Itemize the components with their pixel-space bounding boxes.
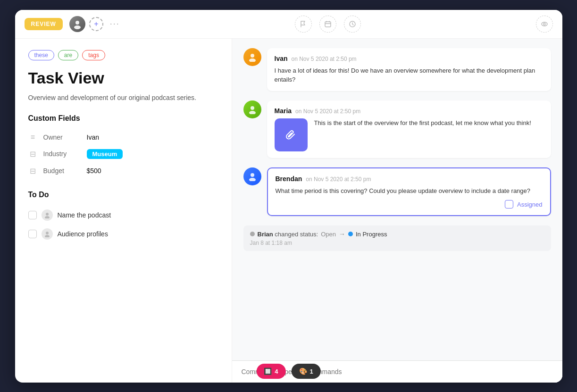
task-title: Task View: [28, 69, 218, 87]
owner-icon: ≡: [28, 133, 38, 142]
industry-label: Industry: [43, 150, 81, 158]
svg-point-5: [544, 23, 545, 25]
comment-brendan: Brendan on Nov 5 2020 at 2:50 pm What ti…: [243, 167, 551, 217]
clock-icon-button[interactable]: [344, 16, 361, 33]
badge-dark-icon: 🎨: [299, 367, 307, 375]
app-container: REVIEW + ···: [15, 10, 562, 383]
badge-dark-count: 1: [310, 368, 313, 375]
tag-tags[interactable]: tags: [82, 50, 105, 60]
svg-point-13: [249, 111, 256, 114]
badge-pink-icon: 🔲: [264, 367, 272, 375]
comment-header-ivan: Ivan on Nov 5 2020 at 2:50 pm: [275, 55, 544, 62]
bottom-badges: 🔲 4 🎨 1: [256, 364, 320, 379]
todo-section: To Do Name the podcast: [28, 191, 218, 243]
comment-attachment-maria: This is the start of the overview for th…: [275, 118, 544, 151]
comment-author-maria: Maria: [275, 107, 292, 115]
status-change-time: Jan 8 at 1:18 am: [250, 240, 544, 246]
custom-fields-title: Custom Fields: [28, 114, 218, 123]
review-badge[interactable]: REVIEW: [25, 18, 63, 30]
todo-item-1: Audience profiles: [28, 225, 218, 243]
avatar-ivan: [243, 48, 261, 66]
comment-text-ivan: I have a lot of ideas for this! Do we ha…: [275, 66, 544, 84]
comment-body-brendan: Brendan on Nov 5 2020 at 2:50 pm What ti…: [267, 167, 551, 217]
budget-label: Budget: [43, 167, 81, 175]
comment-time-brendan: on Nov 5 2020 at 2:50 pm: [306, 176, 371, 183]
comment-body-maria: Maria on Nov 5 2020 at 2:50 pm This is t…: [267, 100, 551, 158]
status-dot-to: [348, 232, 353, 236]
comment-text-maria: This is the start of the overview for th…: [314, 118, 531, 128]
svg-point-15: [249, 178, 256, 181]
top-bar-center-icons: [120, 16, 536, 33]
flag-icon-button[interactable]: [295, 16, 312, 33]
calendar-icon-button[interactable]: [319, 16, 336, 33]
add-avatar-button[interactable]: +: [89, 17, 103, 31]
custom-fields-section: Custom Fields ≡ Owner Ivan ⊟ Industry Mu…: [28, 114, 218, 179]
svg-point-9: [45, 235, 50, 237]
tag-are[interactable]: are: [58, 50, 78, 60]
avatar-user1[interactable]: [69, 16, 85, 32]
avatar-maria: [243, 100, 261, 118]
todo-checkbox-0[interactable]: [28, 211, 37, 219]
industry-icon: ⊟: [28, 150, 38, 158]
svg-point-6: [46, 213, 49, 216]
field-owner: ≡ Owner Ivan: [28, 129, 218, 145]
comment-text-brendan: What time period is this covering? Could…: [276, 186, 543, 196]
comments-area: Ivan on Nov 5 2020 at 2:50 pm I have a l…: [232, 39, 562, 360]
budget-value: $500: [87, 167, 101, 175]
right-panel: Ivan on Nov 5 2020 at 2:50 pm I have a l…: [232, 39, 562, 383]
todo-checkbox-1[interactable]: [28, 230, 37, 238]
comment-body-ivan: Ivan on Nov 5 2020 at 2:50 pm I have a l…: [267, 48, 551, 91]
svg-point-10: [251, 54, 254, 58]
status-change-author: Brian changed status:: [258, 231, 318, 238]
svg-point-0: [75, 21, 79, 25]
status-arrow: →: [339, 230, 345, 238]
comment-author-brendan: Brendan: [276, 175, 302, 183]
status-change-row: Brian changed status: Open → In Progress: [250, 230, 544, 238]
status-action: changed status:: [275, 231, 318, 238]
todo-text-0: Name the podcast: [58, 211, 111, 219]
industry-value-badge: Museum: [87, 149, 123, 159]
badge-pink[interactable]: 🔲 4: [256, 364, 285, 379]
todo-item-0: Name the podcast: [28, 206, 218, 225]
svg-rect-2: [325, 22, 331, 27]
svg-point-12: [251, 106, 254, 110]
field-budget: ⊟ Budget $500: [28, 163, 218, 179]
eye-icon-button[interactable]: [536, 16, 553, 33]
comment-ivan: Ivan on Nov 5 2020 at 2:50 pm I have a l…: [243, 48, 551, 91]
todo-text-1: Audience profiles: [58, 230, 108, 238]
svg-point-1: [74, 25, 81, 29]
badge-dark[interactable]: 🎨 1: [292, 364, 321, 379]
budget-icon: ⊟: [28, 167, 38, 175]
svg-point-8: [46, 232, 49, 234]
comment-header-brendan: Brendan on Nov 5 2020 at 2:50 pm: [276, 175, 543, 183]
svg-point-14: [251, 173, 254, 177]
status-author: Brian: [258, 231, 273, 238]
assigned-checkbox[interactable]: [505, 200, 513, 209]
todo-user-icon-1: [42, 228, 53, 240]
svg-point-4: [542, 22, 547, 26]
status-to: In Progress: [356, 231, 387, 238]
avatar-group: +: [69, 16, 103, 32]
tag-these[interactable]: these: [28, 50, 54, 60]
todo-title: To Do: [28, 191, 218, 199]
svg-point-7: [45, 216, 50, 218]
owner-value: Ivan: [87, 133, 99, 141]
status-change: Brian changed status: Open → In Progress…: [243, 225, 551, 251]
attachment-thumbnail[interactable]: [275, 118, 308, 151]
field-industry: ⊟ Industry Museum: [28, 145, 218, 163]
status-dot-from: [250, 232, 255, 236]
comment-time-ivan: on Nov 5 2020 at 2:50 pm: [292, 56, 357, 62]
comment-maria: Maria on Nov 5 2020 at 2:50 pm This is t…: [243, 100, 551, 158]
comment-time-maria: on Nov 5 2020 at 2:50 pm: [295, 108, 360, 115]
top-bar-right: [536, 16, 553, 33]
badge-pink-count: 4: [275, 368, 278, 375]
svg-point-11: [249, 58, 256, 62]
left-panel: these are tags Task View Overview and de…: [15, 39, 232, 383]
status-from: Open: [321, 231, 336, 238]
comment-author-ivan: Ivan: [275, 55, 288, 62]
main-content: these are tags Task View Overview and de…: [15, 39, 562, 383]
more-options-button[interactable]: ···: [110, 19, 120, 29]
assigned-row: Assigned: [276, 200, 543, 209]
task-description: Overview and development of our original…: [28, 93, 218, 103]
todo-user-icon-0: [42, 209, 53, 221]
